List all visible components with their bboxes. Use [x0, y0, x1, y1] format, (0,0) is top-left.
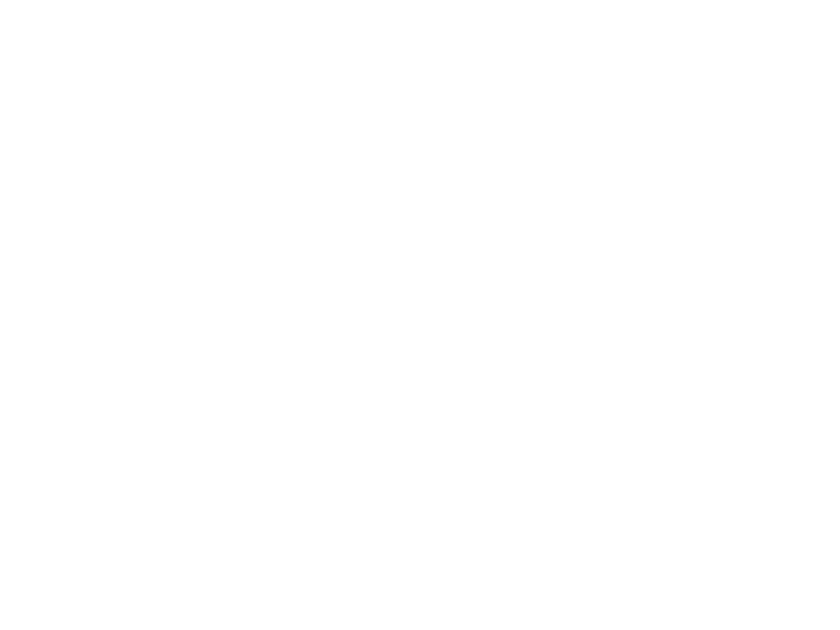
connections-svg [0, 0, 840, 630]
diagram-container [0, 0, 840, 630]
